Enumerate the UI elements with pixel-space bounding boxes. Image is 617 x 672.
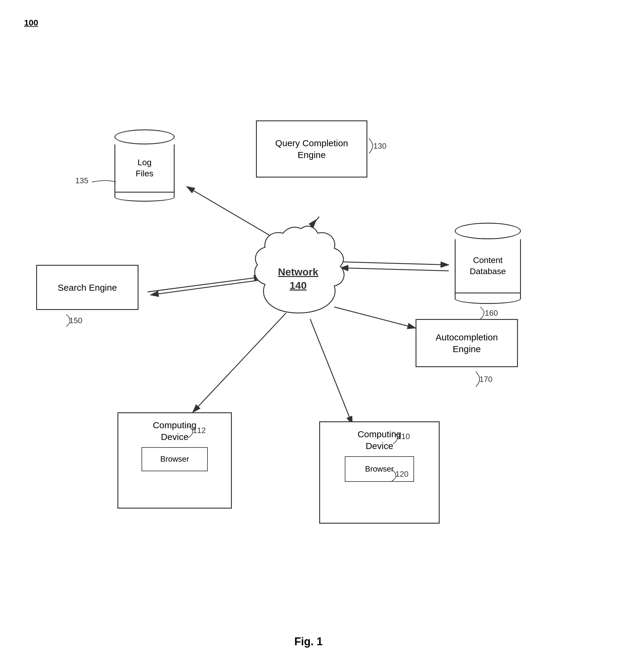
search-engine-node: Search Engine: [36, 265, 139, 310]
autocompletion-label: Autocompletion Engine: [436, 331, 498, 355]
query-completion-label: Query Completion Engine: [275, 137, 348, 161]
diagram-id: 100: [24, 18, 38, 28]
autocompletion-node: Autocompletion Engine: [416, 319, 518, 367]
svg-line-11: [310, 319, 352, 424]
computing-device-right-node: Computing Device Browser: [319, 421, 440, 524]
browser-left-label: Browser: [160, 454, 189, 464]
computing-device-left-browser: Browser: [142, 447, 208, 471]
autocompletion-id: 170: [479, 375, 492, 384]
svg-line-10: [193, 313, 286, 412]
log-files-id: 135: [75, 176, 88, 186]
svg-line-8: [340, 268, 449, 271]
svg-text:140: 140: [290, 280, 307, 291]
content-database-label: Content Database: [470, 255, 506, 277]
search-engine-label: Search Engine: [58, 282, 117, 293]
log-files-ref: [89, 178, 119, 189]
content-database-node: Content Database: [455, 223, 521, 304]
search-engine-id: 150: [69, 316, 82, 325]
query-completion-node: Query Completion Engine: [256, 120, 367, 178]
svg-text:Network: Network: [278, 266, 318, 278]
fig-label: Fig. 1: [0, 635, 617, 648]
network-cloud: Network 140: [247, 226, 349, 323]
svg-line-5: [151, 280, 262, 295]
browser-right-label: Browser: [365, 464, 394, 474]
computing-device-left-node: Computing Device Browser: [118, 412, 232, 509]
log-files-node: Log Files: [115, 129, 175, 202]
query-completion-bracket: [367, 137, 382, 156]
svg-line-7: [340, 262, 449, 265]
svg-line-6: [148, 277, 262, 292]
content-database-id: 160: [485, 308, 498, 318]
log-files-label: Log Files: [136, 157, 153, 179]
computing-device-left-id: 112: [193, 426, 206, 435]
computing-device-right-id: 110: [397, 432, 410, 441]
browser-right-id: 120: [395, 469, 408, 479]
